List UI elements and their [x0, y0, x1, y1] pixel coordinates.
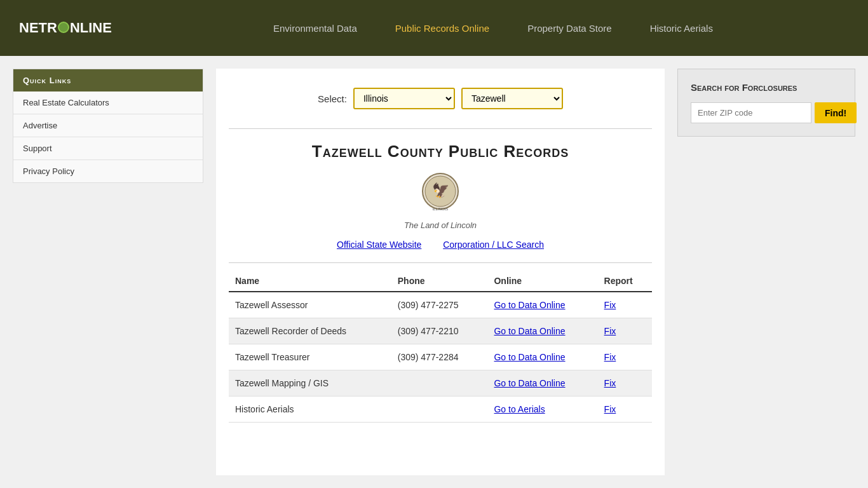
nav-item-property-data-store[interactable]: Property Data Store — [508, 23, 631, 34]
report-link-1[interactable]: Fix — [604, 326, 616, 336]
sidebar: Quick Links Real Estate CalculatorsAdver… — [13, 69, 203, 475]
report-link-0[interactable]: Fix — [604, 300, 616, 310]
sidebar-link-advertise[interactable]: Advertise — [13, 114, 203, 137]
nav-item-historic-aerials[interactable]: Historic Aerials — [631, 23, 732, 34]
report-link-4[interactable]: Fix — [604, 404, 616, 414]
official-state-website-link[interactable]: Official State Website — [337, 240, 421, 250]
page-title: Tazewell County Public Records — [229, 142, 652, 161]
main-wrapper: Quick Links Real Estate CalculatorsAdver… — [0, 56, 868, 488]
cell-report-2: Fix — [598, 344, 652, 370]
quick-links-title: Quick Links — [13, 69, 203, 92]
col-phone: Phone — [391, 269, 488, 292]
cell-online-3: Go to Data Online — [487, 370, 597, 396]
logo-globe-icon — [58, 22, 69, 33]
divider-mid — [229, 262, 652, 263]
svg-text:🦅: 🦅 — [432, 182, 450, 199]
divider-top — [229, 128, 652, 129]
online-link-2[interactable]: Go to Data Online — [494, 352, 565, 362]
col-name: Name — [229, 269, 391, 292]
cell-phone-2: (309) 477-2284 — [391, 344, 488, 370]
main-nav: Environmental DataPublic Records OnlineP… — [137, 23, 849, 34]
state-motto: The Land of Lincoln — [229, 220, 652, 230]
table-row: Historic AerialsGo to AerialsFix — [229, 396, 652, 423]
right-sidebar: Search for Forclosures Find! — [677, 69, 855, 475]
report-link-3[interactable]: Fix — [604, 378, 616, 388]
col-report: Report — [598, 269, 652, 292]
state-links: Official State Website Corporation / LLC… — [229, 240, 652, 250]
cell-name-1: Tazewell Recorder of Deeds — [229, 318, 391, 344]
table-row: Tazewell Treasurer(309) 477-2284Go to Da… — [229, 344, 652, 370]
col-online: Online — [487, 269, 597, 292]
select-bar: Select: Illinois Tazewell — [229, 81, 652, 116]
cell-report-4: Fix — [598, 396, 652, 423]
find-button[interactable]: Find! — [815, 102, 857, 123]
cell-report-0: Fix — [598, 292, 652, 318]
cell-report-1: Fix — [598, 318, 652, 344]
state-seal-image: 🦅 ILLINOIS — [421, 171, 459, 215]
site-header: NETR NLINE Environmental DataPublic Reco… — [0, 0, 868, 56]
online-link-4[interactable]: Go to Aerials — [494, 404, 545, 414]
state-select[interactable]: Illinois — [353, 88, 455, 109]
records-table: Name Phone Online Report Tazewell Assess… — [229, 269, 652, 423]
report-link-2[interactable]: Fix — [604, 352, 616, 362]
table-row: Tazewell Recorder of Deeds(309) 477-2210… — [229, 318, 652, 344]
cell-report-3: Fix — [598, 370, 652, 396]
select-label: Select: — [318, 93, 347, 104]
quick-links-box: Quick Links Real Estate CalculatorsAdver… — [13, 69, 203, 183]
cell-phone-1: (309) 477-2210 — [391, 318, 488, 344]
cell-phone-4 — [391, 396, 488, 423]
zip-input-row: Find! — [691, 102, 842, 123]
sidebar-link-support[interactable]: Support — [13, 137, 203, 160]
cell-name-0: Tazewell Assessor — [229, 292, 391, 318]
corporation-llc-search-link[interactable]: Corporation / LLC Search — [443, 240, 544, 250]
table-row: Tazewell Mapping / GISGo to Data OnlineF… — [229, 370, 652, 396]
cell-phone-0: (309) 477-2275 — [391, 292, 488, 318]
cell-online-4: Go to Aerials — [487, 396, 597, 423]
cell-online-1: Go to Data Online — [487, 318, 597, 344]
records-tbody: Tazewell Assessor(309) 477-2275Go to Dat… — [229, 292, 652, 423]
online-link-1[interactable]: Go to Data Online — [494, 326, 565, 336]
content-area: Select: Illinois Tazewell Tazewell Count… — [216, 69, 665, 475]
online-link-3[interactable]: Go to Data Online — [494, 378, 565, 388]
logo-area[interactable]: NETR NLINE — [19, 20, 112, 36]
table-row: Tazewell Assessor(309) 477-2275Go to Dat… — [229, 292, 652, 318]
sidebar-link-privacy-policy[interactable]: Privacy Policy — [13, 160, 203, 182]
svg-text:ILLINOIS: ILLINOIS — [433, 207, 449, 211]
cell-online-0: Go to Data Online — [487, 292, 597, 318]
zip-input[interactable] — [691, 102, 811, 123]
online-link-0[interactable]: Go to Data Online — [494, 300, 565, 310]
nav-item-public-records-online[interactable]: Public Records Online — [376, 23, 508, 34]
nav-item-environmental-data[interactable]: Environmental Data — [254, 23, 376, 34]
sidebar-link-real-estate-calculators[interactable]: Real Estate Calculators — [13, 92, 203, 114]
cell-name-3: Tazewell Mapping / GIS — [229, 370, 391, 396]
foreclosure-box: Search for Forclosures Find! — [677, 69, 855, 137]
foreclosure-title: Search for Forclosures — [691, 82, 842, 93]
table-header: Name Phone Online Report — [229, 269, 652, 292]
logo-text-part2: NLINE — [70, 20, 112, 36]
cell-phone-3 — [391, 370, 488, 396]
cell-name-2: Tazewell Treasurer — [229, 344, 391, 370]
county-select[interactable]: Tazewell — [461, 88, 563, 109]
cell-online-2: Go to Data Online — [487, 344, 597, 370]
cell-name-4: Historic Aerials — [229, 396, 391, 423]
state-seal-area: 🦅 ILLINOIS The Land of Lincoln — [229, 171, 652, 230]
logo-text-part1: NETR — [19, 20, 57, 36]
